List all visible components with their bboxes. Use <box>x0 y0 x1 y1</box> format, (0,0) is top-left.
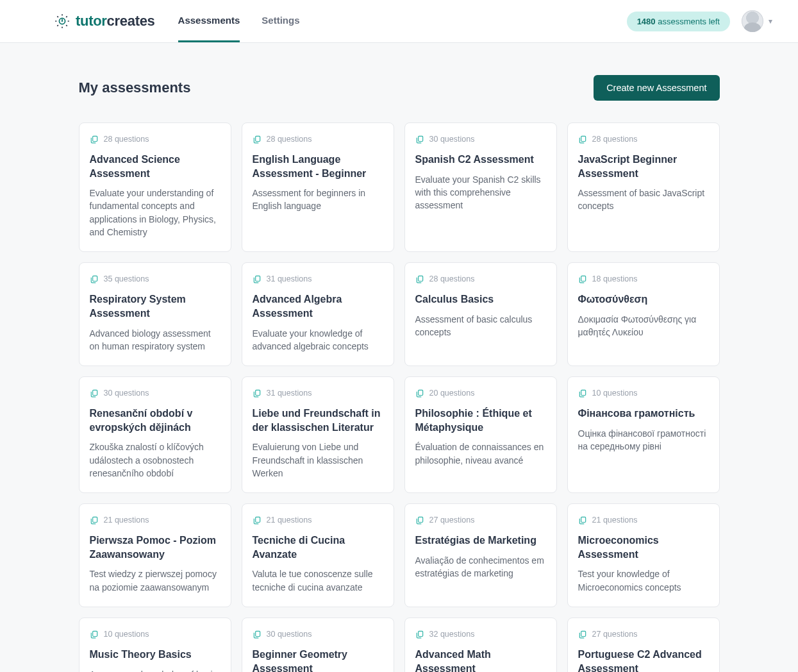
nav-assessments[interactable]: Assessments <box>178 0 240 42</box>
card-meta: 27 questions <box>578 630 709 639</box>
svg-rect-8 <box>581 276 585 281</box>
card-description: Δοκιμασία Φωτοσύνθεσης για μαθητές Λυκεί… <box>578 313 709 339</box>
card-description: Assessment of basic calculus concepts <box>415 313 546 339</box>
card-question-count: 27 questions <box>429 516 475 525</box>
card-meta: 21 questions <box>253 516 383 525</box>
card-title: Liebe und Freundschaft in der klassische… <box>253 407 383 434</box>
card-question-count: 28 questions <box>429 274 475 283</box>
documents-icon <box>415 516 424 525</box>
assessment-card[interactable]: 30 questionsBeginner Geometry Assessment… <box>242 617 394 672</box>
svg-rect-14 <box>255 517 260 523</box>
user-menu[interactable]: ▾ <box>742 10 772 32</box>
assessment-card[interactable]: 18 questionsΦωτοσύνθεσηΔοκιμασία Φωτοσύν… <box>567 262 720 366</box>
assessment-card[interactable]: 27 questionsPortuguese C2 Advanced Asses… <box>567 617 720 672</box>
documents-icon <box>578 389 587 398</box>
card-meta: 31 questions <box>253 389 383 398</box>
card-title: English Language Assessment - Beginner <box>253 153 383 180</box>
documents-icon <box>90 274 99 283</box>
assessment-card[interactable]: 31 questionsAdvanced Algebra AssessmentE… <box>242 262 394 366</box>
card-meta: 31 questions <box>253 274 383 283</box>
card-title: Calculus Basics <box>415 292 546 307</box>
svg-rect-17 <box>92 631 97 636</box>
card-title: Microeconomics Assessment <box>578 533 709 561</box>
card-meta: 30 questions <box>253 630 383 639</box>
card-question-count: 18 questions <box>592 274 638 283</box>
documents-icon <box>253 135 262 144</box>
card-meta: 20 questions <box>415 389 546 398</box>
documents-icon <box>90 135 99 144</box>
assessments-grid: 28 questionsAdvanced Science AssessmentE… <box>79 122 720 672</box>
card-title: Estratégias de Marketing <box>415 533 546 548</box>
gear-lightbulb-icon <box>54 13 71 29</box>
card-question-count: 30 questions <box>429 135 475 144</box>
card-question-count: 30 questions <box>104 389 149 398</box>
assessment-card[interactable]: 10 questionsФінансова грамотністьОцінка … <box>567 376 720 493</box>
assessment-card[interactable]: 28 questionsAdvanced Science AssessmentE… <box>79 122 231 252</box>
card-question-count: 35 questions <box>104 274 149 283</box>
card-question-count: 31 questions <box>267 274 312 283</box>
card-title: Beginner Geometry Assessment <box>253 648 383 672</box>
assessment-card[interactable]: 31 questionsLiebe und Freundschaft in de… <box>242 376 394 493</box>
card-question-count: 20 questions <box>429 389 475 398</box>
card-description: Evaluate your understanding of fundament… <box>90 187 220 239</box>
documents-icon <box>253 630 262 639</box>
documents-icon <box>415 389 424 398</box>
svg-rect-7 <box>418 276 422 281</box>
chevron-down-icon: ▾ <box>769 17 772 26</box>
documents-icon <box>578 516 587 525</box>
documents-icon <box>253 274 262 283</box>
svg-rect-6 <box>255 276 260 281</box>
main-nav: Assessments Settings <box>178 0 300 42</box>
main-content: My assessments Create new Assessment 28 … <box>79 43 720 672</box>
assessment-card[interactable]: 28 questionsJavaScript Beginner Assessme… <box>567 122 720 252</box>
header: tutorcreates Assessments Settings 1480 a… <box>0 0 798 43</box>
svg-rect-5 <box>92 276 97 281</box>
svg-rect-11 <box>418 390 422 395</box>
card-meta: 35 questions <box>90 274 220 283</box>
create-assessment-button[interactable]: Create new Assessment <box>594 75 719 101</box>
svg-rect-10 <box>255 390 260 395</box>
credits-badge: 1480 assessments left <box>627 12 730 31</box>
assessment-card[interactable]: 35 questionsRespiratory System Assessmen… <box>79 262 231 366</box>
documents-icon <box>253 389 262 398</box>
card-title: Respiratory System Assessment <box>90 292 220 320</box>
brand-logo[interactable]: tutorcreates <box>54 13 155 29</box>
svg-rect-12 <box>581 390 585 395</box>
card-title: Portuguese C2 Advanced Assessment <box>578 648 709 672</box>
card-question-count: 27 questions <box>592 630 638 639</box>
assessment-card[interactable]: 10 questionsMusic Theory BasicsAssess yo… <box>79 617 231 672</box>
assessment-card[interactable]: 28 questionsEnglish Language Assessment … <box>242 122 394 252</box>
card-title: Pierwsza Pomoc - Poziom Zaawansowany <box>90 533 220 561</box>
assessment-card[interactable]: 20 questionsPhilosophie : Éthique et Mét… <box>404 376 557 493</box>
documents-icon <box>578 630 587 639</box>
card-question-count: 31 questions <box>267 389 312 398</box>
documents-icon <box>578 274 587 283</box>
assessment-card[interactable]: 30 questionsSpanish C2 AssessmentEvaluat… <box>404 122 557 252</box>
assessment-card[interactable]: 21 questionsTecniche di Cucina AvanzateV… <box>242 503 394 607</box>
assessment-card[interactable]: 27 questionsEstratégias de MarketingAval… <box>404 503 557 607</box>
card-title: Spanish C2 Assessment <box>415 153 546 167</box>
documents-icon <box>415 274 424 283</box>
brand-name: tutorcreates <box>76 13 155 29</box>
svg-rect-4 <box>581 136 585 141</box>
card-title: Philosophie : Éthique et Métaphysique <box>415 407 546 434</box>
assessment-card[interactable]: 21 questionsPierwsza Pomoc - Poziom Zaaw… <box>79 503 231 607</box>
assessment-card[interactable]: 21 questionsMicroeconomics AssessmentTes… <box>567 503 720 607</box>
card-meta: 30 questions <box>415 135 546 144</box>
card-meta: 18 questions <box>578 274 709 283</box>
svg-rect-2 <box>255 136 260 141</box>
card-question-count: 21 questions <box>267 516 312 525</box>
card-description: Оцінка фінансової грамотності на середнь… <box>578 427 709 453</box>
assessment-card[interactable]: 32 questionsAdvanced Math AssessmentTest… <box>404 617 557 672</box>
nav-settings[interactable]: Settings <box>262 0 299 42</box>
card-meta: 28 questions <box>90 135 220 144</box>
svg-rect-9 <box>92 390 97 395</box>
assessment-card[interactable]: 30 questionsRenesanční období v evropský… <box>79 376 231 493</box>
documents-icon <box>90 630 99 639</box>
card-meta: 10 questions <box>578 389 709 398</box>
card-meta: 21 questions <box>90 516 220 525</box>
card-question-count: 30 questions <box>267 630 312 639</box>
assessment-card[interactable]: 28 questionsCalculus BasicsAssessment of… <box>404 262 557 366</box>
svg-rect-18 <box>255 631 260 636</box>
card-description: Évaluation de connaissances en philosoph… <box>415 441 546 467</box>
